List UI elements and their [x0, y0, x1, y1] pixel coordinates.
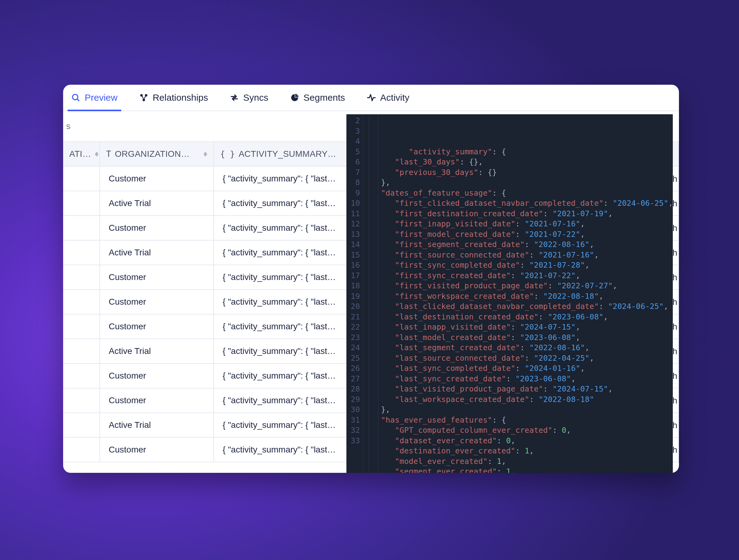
line-gutter: 2345678910111213141516171819202122232425…	[346, 114, 363, 473]
cell-organization: Customer	[100, 216, 214, 240]
clipped-text: Th	[667, 339, 679, 364]
cell-a	[63, 216, 100, 240]
cell-organization: Active Trial	[100, 191, 214, 215]
text-type-icon: T	[106, 149, 111, 159]
clipped-text: Th	[667, 216, 679, 241]
cell-organization: Active Trial	[100, 241, 214, 265]
clipped-text: Th	[667, 265, 679, 290]
cell-organization: Active Trial	[100, 339, 214, 363]
app-card: Preview Relationships Syncs Segments Act…	[63, 85, 679, 473]
clipped-text: Th	[667, 167, 679, 191]
tab-label: Segments	[304, 93, 345, 103]
cell-a	[63, 364, 100, 388]
cell-a	[63, 241, 100, 265]
svg-line-1	[77, 99, 79, 101]
tab-segments[interactable]: Segments	[288, 85, 347, 111]
svg-point-4	[143, 99, 145, 101]
column-header-a[interactable]: ATI…	[63, 142, 100, 166]
activity-icon	[367, 93, 376, 102]
clipped-text: Th	[667, 389, 679, 413]
tab-activity[interactable]: Activity	[365, 85, 411, 111]
column-label: ATI…	[69, 149, 91, 159]
tab-relationships[interactable]: Relationships	[137, 85, 210, 111]
json-preview-panel[interactable]: 2345678910111213141516171819202122232425…	[346, 114, 673, 473]
column-label: ACTIVITY_SUMMARY…	[239, 149, 336, 159]
clipped-text: Th	[667, 413, 679, 438]
cell-a	[63, 314, 100, 338]
code-content: "activity_summary": { "last_30_days": {}…	[363, 114, 673, 473]
cell-organization: Active Trial	[100, 413, 214, 437]
clipped-column-hint: ThThThThThThThThThThThTh	[667, 167, 679, 462]
cell-a	[63, 339, 100, 363]
clipped-text: Th	[667, 438, 679, 462]
tab-label: Syncs	[243, 93, 269, 103]
cell-organization: Customer	[100, 167, 214, 191]
tab-preview[interactable]: Preview	[69, 85, 120, 111]
cell-a	[63, 438, 100, 462]
clipped-text: Th	[667, 364, 679, 389]
clipped-text: Th	[667, 241, 679, 265]
tab-syncs[interactable]: Syncs	[228, 85, 270, 111]
tab-label: Preview	[85, 93, 118, 103]
filter-hint: s	[66, 121, 70, 131]
cell-a	[63, 413, 100, 437]
column-label: ORGANIZATION…	[115, 149, 190, 159]
cell-a	[63, 167, 100, 191]
cell-a	[63, 265, 100, 289]
clipped-text: Th	[667, 290, 679, 314]
cell-organization: Customer	[100, 290, 214, 314]
json-type-icon: { }	[220, 149, 235, 159]
syncs-icon	[230, 93, 239, 102]
clipped-text: Th	[667, 314, 679, 339]
relationships-icon	[139, 93, 148, 102]
cell-organization: Customer	[100, 438, 214, 462]
tab-label: Activity	[380, 93, 410, 103]
cell-organization: Customer	[100, 364, 214, 388]
cell-a	[63, 191, 100, 215]
cell-a	[63, 389, 100, 412]
clipped-text: Th	[667, 191, 679, 216]
cell-a	[63, 290, 100, 314]
segments-icon	[290, 93, 299, 102]
sort-icon	[95, 152, 99, 156]
tab-bar: Preview Relationships Syncs Segments Act…	[63, 85, 679, 111]
cell-organization: Customer	[100, 389, 214, 412]
search-icon	[71, 93, 81, 102]
tab-label: Relationships	[153, 93, 208, 103]
column-header-organization[interactable]: T ORGANIZATION…	[100, 142, 214, 166]
cell-organization: Customer	[100, 265, 214, 289]
sort-icon	[203, 152, 207, 156]
cell-organization: Customer	[100, 314, 214, 338]
data-grid: s ATI… T ORGANIZATION… { } ACTIVITY_SUMM…	[63, 111, 679, 473]
